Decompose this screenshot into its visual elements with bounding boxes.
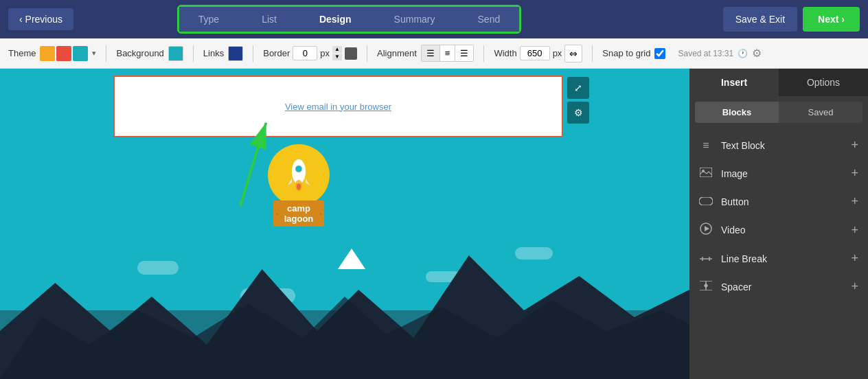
block-item-text[interactable]: ≡ Text Block + [689,131,868,159]
svg-marker-22 [704,283,708,286]
image-add-icon[interactable]: + [851,166,858,181]
panel-tab-insert[interactable]: Insert [689,69,779,96]
divider-1 [106,45,106,62]
snap-control: Snap to grid [602,48,665,59]
block-item-image[interactable]: Image + [689,159,868,187]
border-label: Border [263,48,290,58]
panel-subtabs: Blocks Saved [695,102,863,123]
main-area: View email in your browser ⤢ ⚙ [0,69,868,379]
block-item-linebreak[interactable]: Line Break + [689,244,868,273]
alignment-control: Alignment ☰ ≡ ☰ [377,45,474,62]
align-left-button[interactable]: ☰ [422,45,440,61]
camp-logo: camp lagoon [268,144,330,227]
save-exit-button[interactable]: Save & Exit [723,7,797,32]
right-panel: Insert Options Blocks Saved ≡ Text Block… [689,69,868,379]
background-label: Background [116,48,163,58]
width-expand-button[interactable]: ⇔ [564,45,582,62]
video-icon [699,222,713,238]
line-break-label: Line Break [721,253,843,264]
next-button[interactable]: Next › [803,7,860,32]
saved-indicator: Saved at 13:31 🕐 ⚙ [678,47,762,60]
right-buttons: Save & Exit Next › [723,7,860,32]
wizard-nav: Type List Design Summary Send [177,5,521,34]
links-selector[interactable]: Links [203,46,243,61]
previous-button[interactable]: ‹ Previous [8,8,73,30]
line-break-icon [699,253,713,265]
block-item-button[interactable]: Button + [689,187,868,216]
theme-swatches[interactable] [40,46,88,61]
saved-text: Saved at 13:31 [678,49,733,58]
wizard-step-design[interactable]: Design [296,7,371,32]
video-label: Video [721,225,843,236]
spacer-icon [699,281,713,293]
wizard-step-send[interactable]: Send [455,7,520,32]
preview-settings-button[interactable]: ⚙ [567,102,589,124]
logo-circle [268,144,330,206]
email-preview-block: View email in your browser ⤢ ⚙ [113,76,563,137]
text-block-label: Text Block [721,140,843,151]
border-value-input[interactable] [293,46,317,60]
button-add-icon[interactable]: + [851,194,858,209]
border-px-label: px [320,48,330,58]
theme-color-red[interactable] [56,46,71,61]
rocket-svg [278,151,319,199]
landscape-svg [0,228,689,379]
panel-subtab-saved[interactable]: Saved [779,102,863,123]
theme-label: Theme [8,48,36,58]
border-spin-up[interactable]: ▲ [332,46,342,53]
links-label: Links [203,48,224,58]
theme-dropdown-arrow[interactable]: ▾ [92,49,96,58]
block-item-spacer[interactable]: Spacer + [689,273,868,301]
theme-color-teal[interactable] [73,46,88,61]
width-value-input[interactable] [520,46,550,60]
button-label: Button [721,196,843,207]
divider-2 [193,45,194,62]
history-icon[interactable]: 🕐 [738,49,748,58]
alignment-label: Alignment [377,48,417,58]
video-add-icon[interactable]: + [851,223,858,238]
snap-checkbox[interactable] [654,48,665,59]
border-spin-down[interactable]: ▼ [332,54,342,60]
panel-tabs: Insert Options [689,69,868,96]
line-break-add-icon[interactable]: + [851,251,858,266]
border-color-swatch[interactable] [345,47,357,60]
width-label: Width [494,48,516,58]
image-icon [699,168,713,180]
links-color-swatch[interactable] [228,46,243,61]
image-label: Image [721,168,843,179]
width-px-label: px [553,48,562,58]
svg-marker-3 [288,179,292,185]
svg-marker-4 [306,179,310,185]
wizard-step-list[interactable]: List [238,7,296,32]
svg-marker-15 [705,226,709,231]
panel-tab-options[interactable]: Options [779,69,868,96]
border-control: Border px ▲ ▼ [263,46,357,60]
wizard-step-summary[interactable]: Summary [371,7,455,32]
alignment-buttons: ☰ ≡ ☰ [421,45,475,62]
settings-icon[interactable]: ⚙ [752,47,762,60]
divider-3 [253,45,253,62]
view-email-link[interactable]: View email in your browser [285,102,391,112]
text-block-add-icon[interactable]: + [851,138,858,152]
camp-banner: camp lagoon [273,200,325,227]
theme-selector[interactable]: Theme ▾ [8,46,96,61]
spacer-label: Spacer [721,282,843,292]
toolbar: Theme ▾ Background Links Border px ▲ ▼ A… [0,38,868,69]
block-item-video[interactable]: Video + [689,216,868,244]
panel-subtab-blocks[interactable]: Blocks [695,102,779,123]
align-center-button[interactable]: ≡ [440,45,456,61]
block-list: ≡ Text Block + Image + Button + [689,128,868,303]
theme-color-orange[interactable] [40,46,55,61]
wizard-step-type[interactable]: Type [179,7,238,32]
svg-marker-9 [338,249,365,269]
svg-marker-23 [704,286,708,288]
background-color-swatch[interactable] [168,46,183,61]
button-icon [699,196,713,208]
preview-move-button[interactable]: ⤢ [567,77,589,99]
spacer-add-icon[interactable]: + [851,279,858,294]
divider-6 [592,45,593,62]
align-right-button[interactable]: ☰ [455,45,473,61]
divider-4 [367,45,367,62]
background-selector[interactable]: Background [116,46,183,61]
svg-point-2 [295,165,302,172]
